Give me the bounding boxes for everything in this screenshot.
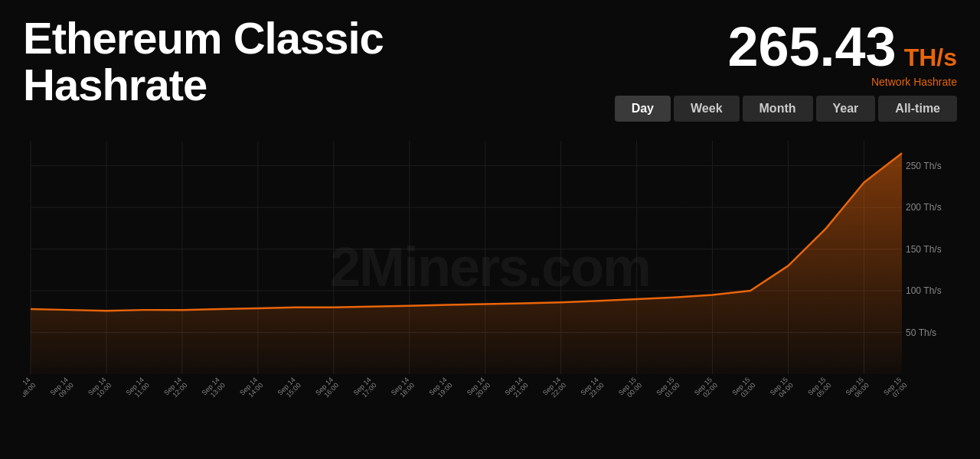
page-container: Ethereum Classic Hashrate 265.43 TH/s Ne…	[0, 0, 980, 459]
filter-year[interactable]: Year	[816, 96, 876, 122]
title-block: Ethereum Classic Hashrate	[23, 15, 384, 109]
filter-day[interactable]: Day	[615, 96, 671, 122]
page-title: Ethereum Classic Hashrate	[23, 15, 384, 109]
filter-alltime[interactable]: All-time	[878, 96, 957, 122]
hashrate-number: 265.43	[727, 19, 896, 74]
stats-block: 265.43 TH/s Network Hashrate Day Week Mo…	[615, 15, 957, 122]
title-line1: Ethereum Classic	[23, 13, 384, 63]
filter-week[interactable]: Week	[674, 96, 740, 122]
time-filters: Day Week Month Year All-time	[615, 96, 957, 122]
filter-month[interactable]: Month	[743, 96, 813, 122]
hashrate-display: 265.43 TH/s	[727, 19, 957, 74]
chart-area: 2Miners.com	[23, 129, 957, 405]
header: Ethereum Classic Hashrate 265.43 TH/s Ne…	[23, 15, 957, 122]
title-line2: Hashrate	[23, 60, 207, 109]
hashrate-label: Network Hashrate	[871, 76, 957, 88]
hashrate-unit: TH/s	[904, 45, 957, 70]
chart-canvas	[23, 129, 957, 405]
